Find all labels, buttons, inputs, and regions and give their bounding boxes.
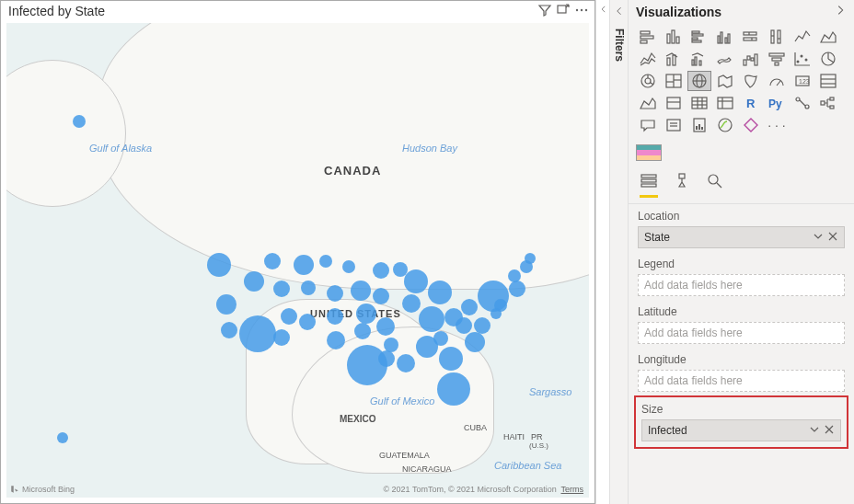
svg-rect-9 xyxy=(676,37,679,43)
viz-type-funnel[interactable] xyxy=(765,49,789,69)
chevron-down-icon[interactable] xyxy=(809,424,820,438)
map-canvas[interactable]: Gulf of Alaska Hudson Bay Gulf of Mexico… xyxy=(6,23,589,498)
map-bubble xyxy=(221,322,237,338)
remove-field-icon[interactable] xyxy=(827,231,838,245)
viz-type-get-more[interactable]: · · · xyxy=(765,115,789,135)
viz-type-clustered-bar[interactable] xyxy=(687,27,711,47)
viz-type-clustered-column[interactable] xyxy=(713,27,737,47)
viz-type-pie[interactable] xyxy=(816,49,840,69)
map-bubble xyxy=(373,262,389,279)
field-well-location[interactable]: State xyxy=(638,226,845,248)
field-value: State xyxy=(644,231,670,244)
svg-point-39 xyxy=(801,55,803,58)
filters-pane-collapsed[interactable]: Filters xyxy=(610,0,629,504)
viz-type-key-influencers[interactable] xyxy=(791,93,814,113)
svg-rect-36 xyxy=(772,58,781,61)
viz-type-line-stacked-column[interactable] xyxy=(662,49,686,69)
map-bubble xyxy=(397,354,415,372)
svg-rect-10 xyxy=(692,31,699,33)
viz-type-treemap[interactable] xyxy=(662,71,686,91)
focus-mode-icon[interactable] xyxy=(556,3,571,20)
map-bubble xyxy=(327,308,343,325)
viz-type-decomposition-tree[interactable] xyxy=(816,93,840,113)
field-label-size: Size xyxy=(636,397,847,418)
viz-type-ribbon[interactable] xyxy=(713,49,737,69)
svg-rect-30 xyxy=(699,61,701,65)
filter-icon[interactable] xyxy=(537,3,552,20)
svg-rect-4 xyxy=(640,31,650,34)
viz-type-matrix[interactable] xyxy=(713,93,737,113)
svg-rect-83 xyxy=(641,179,656,182)
viz-type-table[interactable] xyxy=(687,93,711,113)
water-label-caribbean: Caribbean Sea xyxy=(494,460,561,471)
svg-rect-12 xyxy=(692,38,698,40)
map-bubble xyxy=(378,350,395,367)
viz-type-filled-map[interactable] xyxy=(713,71,737,91)
viz-type-shape-map[interactable] xyxy=(739,71,763,91)
map-bubble xyxy=(384,338,398,352)
field-well-longitude[interactable]: Add data fields here xyxy=(638,370,845,392)
svg-line-51 xyxy=(777,81,780,86)
svg-point-69 xyxy=(796,97,800,101)
viz-type-gauge[interactable] xyxy=(765,71,789,91)
viz-type-r-visual[interactable]: R xyxy=(739,93,763,113)
viz-type-100-stacked-column[interactable] xyxy=(765,27,789,47)
viz-type-slicer[interactable] xyxy=(662,93,686,113)
terms-link[interactable]: Terms xyxy=(561,485,584,494)
svg-rect-14 xyxy=(718,36,720,43)
viz-type-python-visual[interactable]: Py xyxy=(765,93,789,113)
viz-type-stacked-bar[interactable] xyxy=(636,27,660,47)
viz-type-card[interactable]: 123 xyxy=(791,71,814,91)
svg-rect-80 xyxy=(701,127,703,130)
format-tab[interactable] xyxy=(673,172,691,198)
viz-type-arcgis[interactable] xyxy=(713,115,737,135)
field-well-legend[interactable]: Add data fields here xyxy=(638,274,845,296)
report-visual[interactable]: Infected by State Gulf of Alaska Hudson … xyxy=(0,0,595,504)
canvas-gap xyxy=(595,0,610,504)
field-well-size[interactable]: Infected xyxy=(641,419,841,441)
country-label-haiti: HAITI xyxy=(503,432,525,441)
selected-visual-thumbnail xyxy=(636,144,662,161)
svg-rect-26 xyxy=(667,58,670,65)
map-bubble xyxy=(490,308,502,319)
viz-type-kpi[interactable] xyxy=(636,93,660,113)
svg-point-38 xyxy=(797,61,800,63)
fields-tab[interactable] xyxy=(640,172,658,198)
viz-type-line[interactable] xyxy=(791,27,814,47)
svg-point-86 xyxy=(709,175,718,184)
map-bubble xyxy=(342,260,355,273)
svg-rect-16 xyxy=(725,38,727,43)
viz-type-area[interactable] xyxy=(816,27,840,47)
viz-type-waterfall[interactable] xyxy=(739,49,763,69)
chevron-right-icon[interactable] xyxy=(834,4,847,19)
field-well-latitude[interactable]: Add data fields here xyxy=(638,322,845,344)
country-label-guatemala: GUATEMALA xyxy=(379,451,430,460)
map-bubble xyxy=(354,323,371,339)
viz-type-multi-row-card[interactable] xyxy=(816,71,840,91)
field-label-longitude: Longitude xyxy=(629,348,854,368)
chevron-left-icon[interactable] xyxy=(614,6,625,19)
viz-type-100-stacked-bar[interactable] xyxy=(739,27,763,47)
svg-point-1 xyxy=(576,8,578,10)
map-bubble xyxy=(216,294,237,315)
viz-type-stacked-column[interactable] xyxy=(662,27,686,47)
more-options-icon[interactable] xyxy=(574,3,589,20)
remove-field-icon[interactable] xyxy=(824,424,835,438)
viz-type-scatter[interactable] xyxy=(791,49,814,69)
map-bubble xyxy=(433,331,448,346)
viz-type-line-clustered-column[interactable] xyxy=(687,49,711,69)
chevron-left-icon[interactable] xyxy=(599,4,608,17)
viz-type-qa[interactable] xyxy=(636,115,660,135)
viz-type-stacked-area[interactable] xyxy=(636,49,660,69)
viz-type-map[interactable] xyxy=(687,71,711,91)
field-label-legend: Legend xyxy=(629,252,854,272)
svg-rect-13 xyxy=(692,40,701,42)
chevron-down-icon[interactable] xyxy=(813,231,824,245)
viz-type-paginated[interactable] xyxy=(687,115,711,135)
viz-type-power-apps[interactable] xyxy=(739,115,763,135)
analytics-tab[interactable] xyxy=(706,172,724,198)
viz-type-narrative[interactable] xyxy=(662,115,686,135)
map-bubble xyxy=(273,329,290,346)
viz-type-donut[interactable] xyxy=(636,71,660,91)
svg-rect-57 xyxy=(667,97,680,109)
